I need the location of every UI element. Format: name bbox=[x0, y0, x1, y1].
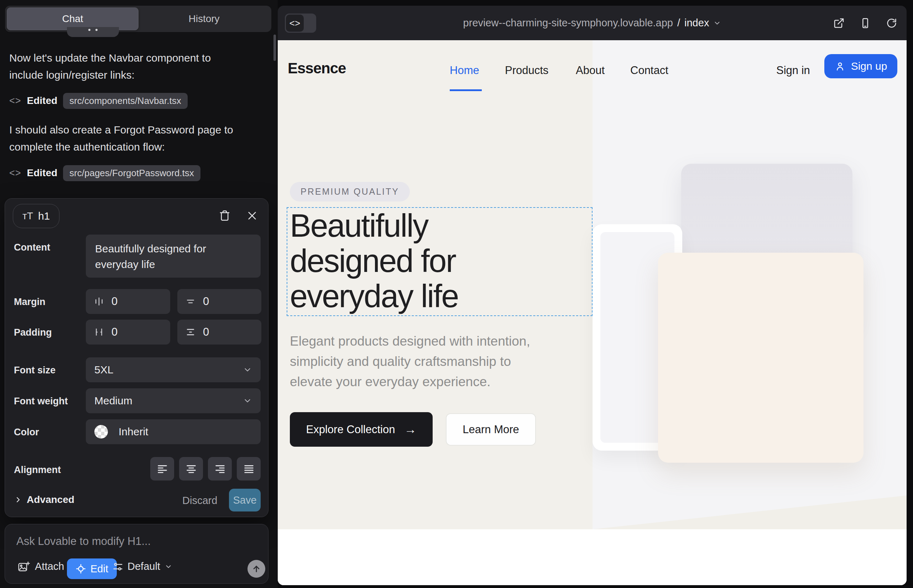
hero-heading-line: everyday life bbox=[290, 279, 458, 314]
arrow-right-icon: → bbox=[404, 423, 416, 436]
font-weight-select[interactable]: Medium bbox=[86, 388, 261, 413]
alignment-label: Alignment bbox=[14, 465, 61, 475]
nav-active-underline bbox=[450, 89, 482, 91]
edited-file-row: <> Edited src/components/Navbar.tsx bbox=[9, 92, 188, 109]
preview-header-actions bbox=[831, 6, 900, 40]
align-justify-button[interactable] bbox=[237, 457, 261, 480]
padding-x-input[interactable]: 0 bbox=[86, 320, 170, 344]
nav-link-contact[interactable]: Contact bbox=[630, 64, 669, 77]
margin-label: Margin bbox=[14, 297, 45, 307]
close-icon bbox=[246, 210, 258, 221]
composer-input[interactable] bbox=[16, 532, 248, 551]
padding-y-input[interactable]: 0 bbox=[177, 320, 261, 344]
element-tag-name: h1 bbox=[38, 210, 50, 222]
refresh-icon bbox=[886, 18, 897, 29]
hero-heading-line: designed for bbox=[290, 244, 458, 279]
edited-label: Edited bbox=[27, 95, 58, 107]
chat-panel: Chat History Now let's update the Navbar… bbox=[0, 0, 278, 588]
attach-label: Attach bbox=[35, 561, 64, 572]
padding-vertical-icon bbox=[185, 327, 196, 338]
hero-heading[interactable]: Beautifully designed for everyday life bbox=[290, 208, 458, 314]
font-weight-value: Medium bbox=[94, 395, 133, 407]
attach-image-icon bbox=[18, 561, 30, 572]
url-domain: preview--charming-site-symphony.lovable.… bbox=[463, 17, 673, 29]
nav-link-home[interactable]: Home bbox=[450, 64, 479, 77]
send-button[interactable] bbox=[248, 560, 265, 578]
sliders-icon bbox=[113, 561, 123, 572]
advanced-toggle[interactable]: Advanced bbox=[14, 494, 74, 506]
save-button[interactable]: Save bbox=[229, 489, 261, 512]
color-label: Color bbox=[14, 427, 39, 438]
chevron-down-icon bbox=[243, 365, 252, 375]
nav-link-about[interactable]: About bbox=[576, 64, 605, 77]
padding-y-value: 0 bbox=[203, 326, 209, 339]
chevron-down-icon bbox=[243, 396, 252, 405]
attach-button[interactable]: Attach bbox=[18, 561, 64, 572]
mode-label: Default bbox=[128, 561, 160, 572]
content-textarea[interactable]: Beautifully designed for everyday life bbox=[86, 234, 261, 278]
url-bar[interactable]: preview--charming-site-symphony.lovable.… bbox=[278, 6, 907, 40]
align-left-button[interactable] bbox=[150, 457, 174, 480]
align-right-button[interactable] bbox=[208, 457, 232, 480]
open-in-new-tab-button[interactable] bbox=[831, 15, 847, 31]
margin-x-input[interactable]: 0 bbox=[86, 289, 170, 314]
preview-window: <> preview--charming-site-symphony.lovab… bbox=[278, 6, 907, 585]
align-center-button[interactable] bbox=[179, 457, 203, 480]
advanced-label: Advanced bbox=[27, 494, 74, 506]
font-size-value: 5XL bbox=[94, 364, 113, 376]
site-page: Essence Home Products About Contact Sign… bbox=[278, 40, 907, 585]
tab-history[interactable]: History bbox=[139, 8, 270, 30]
discard-button[interactable]: Discard bbox=[182, 495, 217, 507]
hero-paragraph-line: simplicity and quality craftsmanship to bbox=[290, 351, 530, 372]
align-center-icon bbox=[185, 463, 197, 475]
user-icon bbox=[835, 61, 845, 71]
padding-horizontal-icon bbox=[94, 327, 104, 338]
chevron-down-icon bbox=[165, 563, 172, 570]
external-link-icon bbox=[833, 18, 845, 29]
chat-history-tabs: Chat History bbox=[5, 6, 271, 32]
chat-composer: Attach Edit Default bbox=[5, 524, 269, 584]
close-editor-button[interactable] bbox=[244, 208, 260, 223]
chat-scrollbar[interactable] bbox=[274, 34, 276, 61]
message-line: include login/register links: bbox=[9, 69, 134, 81]
trash-icon bbox=[219, 210, 231, 222]
sign-in-link[interactable]: Sign in bbox=[776, 64, 810, 77]
message-line: complete the authentication flow: bbox=[9, 141, 165, 153]
arrow-up-icon bbox=[251, 564, 261, 574]
hero-paragraph-line: elevate your everyday experience. bbox=[290, 372, 530, 392]
code-icon: <> bbox=[9, 95, 21, 107]
color-select[interactable]: Inherit bbox=[86, 419, 261, 444]
site-logo[interactable]: Essence bbox=[288, 60, 346, 77]
margin-horizontal-icon bbox=[94, 296, 104, 307]
mobile-view-button[interactable] bbox=[858, 15, 873, 31]
element-tag-pill[interactable]: тT h1 bbox=[13, 204, 60, 228]
edit-mode-button[interactable]: Edit bbox=[67, 559, 117, 579]
refresh-button[interactable] bbox=[884, 15, 900, 31]
section-below-hero bbox=[278, 529, 907, 585]
sign-up-button[interactable]: Sign up bbox=[824, 54, 897, 78]
align-right-icon bbox=[214, 463, 226, 475]
delete-element-button[interactable] bbox=[217, 208, 233, 223]
margin-y-input[interactable]: 0 bbox=[177, 289, 261, 314]
explore-collection-label: Explore Collection bbox=[306, 423, 395, 436]
color-value: Inherit bbox=[118, 426, 148, 438]
sign-up-label: Sign up bbox=[851, 60, 887, 72]
file-chip[interactable]: src/pages/ForgotPassword.tsx bbox=[63, 165, 201, 181]
padding-label: Padding bbox=[14, 327, 52, 338]
font-weight-label: Font weight bbox=[14, 396, 68, 407]
mode-selector[interactable]: Default bbox=[113, 561, 172, 572]
font-size-select[interactable]: 5XL bbox=[86, 357, 261, 382]
assistant-message: Now let's update the Navbar component to… bbox=[9, 50, 262, 84]
typography-icon: тT bbox=[23, 210, 33, 222]
file-chip[interactable]: src/components/Navbar.tsx bbox=[63, 93, 188, 109]
learn-more-button[interactable]: Learn More bbox=[446, 413, 536, 446]
content-label: Content bbox=[14, 242, 50, 253]
explore-collection-button[interactable]: Explore Collection → bbox=[290, 412, 433, 447]
truncated-chip bbox=[67, 27, 119, 37]
edited-label: Edited bbox=[27, 167, 58, 179]
font-size-label: Font size bbox=[14, 365, 55, 376]
nav-link-products[interactable]: Products bbox=[505, 64, 548, 77]
code-icon: <> bbox=[9, 168, 21, 179]
edit-label: Edit bbox=[91, 563, 108, 575]
chevron-right-icon bbox=[14, 496, 23, 504]
